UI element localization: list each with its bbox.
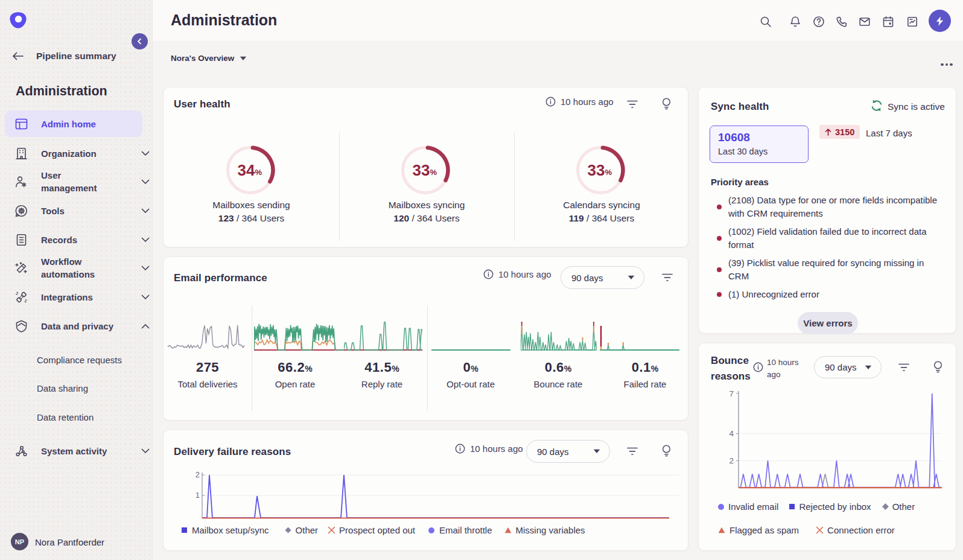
svg-text:4: 4 bbox=[729, 429, 734, 438]
svg-text:%: % bbox=[605, 168, 612, 177]
svg-text:%: % bbox=[430, 168, 437, 177]
svg-text:33: 33 bbox=[413, 161, 430, 179]
svg-text:33: 33 bbox=[588, 161, 605, 179]
svg-text:2: 2 bbox=[195, 470, 200, 479]
svg-text:1: 1 bbox=[195, 491, 200, 500]
svg-text:%: % bbox=[255, 168, 262, 177]
svg-text:7: 7 bbox=[729, 389, 734, 398]
svg-text:34: 34 bbox=[238, 161, 255, 179]
svg-text:2: 2 bbox=[729, 456, 734, 465]
